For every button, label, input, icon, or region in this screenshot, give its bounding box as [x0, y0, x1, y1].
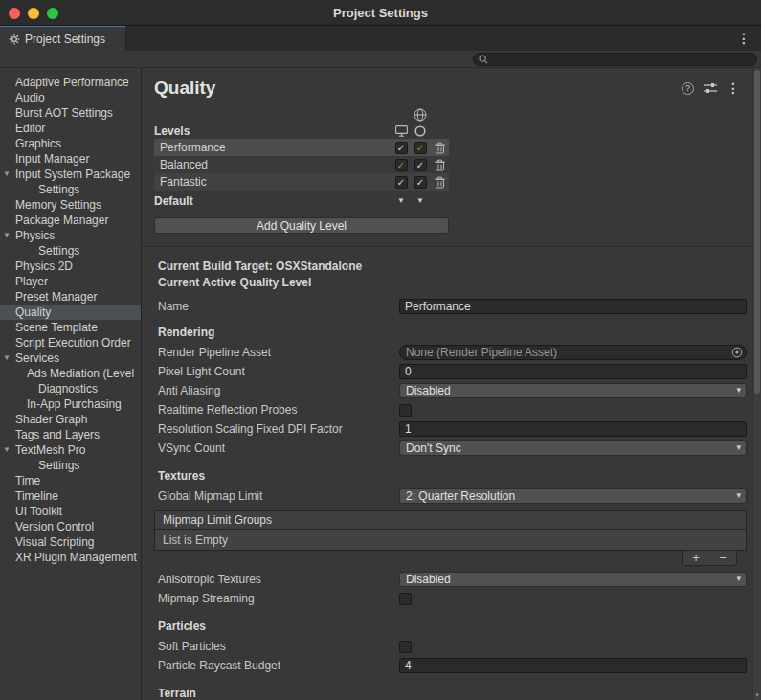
sidebar-item[interactable]: ▼ Physics — [0, 228, 141, 243]
scrollbar-thumb[interactable] — [754, 70, 760, 394]
render-pipeline-asset-field[interactable]: None (Render Pipeline Asset) — [399, 345, 747, 360]
section-textures: Textures — [154, 468, 748, 484]
soft-particles-checkbox[interactable] — [399, 641, 412, 653]
object-field-value: None (Render Pipeline Asset) — [406, 346, 557, 359]
default-col1-dropdown[interactable]: ▼ — [397, 196, 405, 205]
list-footer: + − — [154, 551, 747, 567]
sidebar-item[interactable]: ▼ XR Plugin Management — [0, 550, 141, 565]
trash-icon[interactable] — [435, 176, 445, 189]
sidebar-item[interactable]: ▼ Graphics — [0, 136, 141, 151]
body: ▼ Adaptive Performance ▼ Audio ▼ Burst A… — [0, 68, 761, 700]
default-col2-dropdown[interactable]: ▼ — [416, 196, 424, 205]
resolution-scaling-row: Resolution Scaling Fixed DPI Factor — [154, 420, 748, 438]
sidebar-item[interactable]: ▼ Timeline — [0, 488, 141, 504]
sidebar-item[interactable]: ▼ Settings — [0, 182, 141, 197]
minimize-button[interactable] — [28, 8, 39, 19]
sidebar-item-label: Visual Scripting — [15, 535, 95, 549]
object-picker-icon[interactable] — [731, 347, 743, 358]
sidebar-item[interactable]: ▼ Ads Mediation (Level — [0, 366, 141, 381]
sidebar-item[interactable]: ▼ Editor — [0, 121, 141, 136]
zoom-button[interactable] — [47, 8, 58, 19]
foldout-icon[interactable]: ▼ — [3, 350, 11, 366]
level-col2-checkbox[interactable] — [414, 142, 427, 154]
add-item-button[interactable]: + — [683, 551, 709, 565]
level-col1-checkbox[interactable] — [395, 176, 408, 189]
sidebar-item[interactable]: ▼ In-App Purchasing — [0, 396, 141, 412]
anti-aliasing-dropdown[interactable]: Disabled — [399, 383, 747, 398]
sidebar-item-label: XR Plugin Management — [15, 551, 137, 564]
quality-level-row[interactable]: Balanced — [154, 156, 449, 173]
remove-item-button[interactable]: − — [709, 551, 736, 565]
sidebar-item-label: Preset Manager — [15, 290, 97, 304]
pixel-light-count-row: Pixel Light Count — [154, 363, 748, 380]
sidebar-item-label: TextMesh Pro — [15, 443, 85, 457]
global-mipmap-limit-dropdown[interactable]: 2: Quarter Resolution — [399, 488, 747, 504]
sidebar-item[interactable]: ▼ Package Manager — [0, 213, 141, 228]
sidebar-item[interactable]: ▼ Player — [0, 274, 141, 289]
sidebar-item[interactable]: ▼ Diagnostics — [0, 381, 141, 396]
foldout-icon[interactable]: ▼ — [3, 228, 11, 243]
sidebar-item[interactable]: ▼ Script Execution Order — [0, 335, 141, 350]
resolution-scaling-field[interactable] — [399, 421, 747, 437]
scrollbar[interactable]: ▾ — [752, 68, 761, 700]
sidebar-item[interactable]: ▼ Settings — [0, 243, 141, 259]
foldout-icon[interactable]: ▼ — [3, 442, 11, 458]
level-col2-checkbox[interactable] — [414, 176, 427, 189]
quality-level-row[interactable]: Performance — [154, 139, 449, 156]
sidebar-item[interactable]: ▼ Settings — [0, 458, 141, 473]
sidebar-item[interactable]: ▼ Preset Manager — [0, 289, 141, 305]
sidebar-item-label: Package Manager — [15, 214, 108, 227]
sidebar-item[interactable]: ▼ UI Toolkit — [0, 504, 141, 519]
sidebar-item-label: Editor — [15, 122, 45, 135]
anisotropic-textures-dropdown[interactable]: Disabled — [399, 572, 747, 587]
anisotropic-textures-row: Anisotropic Textures Disabled — [154, 571, 748, 588]
sidebar-item[interactable]: ▼ Input System Package — [0, 167, 141, 182]
vsync-count-dropdown[interactable]: Don't Sync — [399, 440, 747, 456]
tab-menu-icon[interactable]: ⋮ — [737, 32, 750, 45]
sidebar-item[interactable]: ▼ Quality — [0, 305, 141, 320]
sidebar-item[interactable]: ▼ Tags and Layers — [0, 427, 141, 442]
help-icon[interactable]: ? — [682, 82, 694, 95]
sidebar-item-label: Shader Graph — [15, 413, 87, 426]
sidebar-item[interactable]: ▼ Version Control — [0, 519, 141, 534]
mipmap-streaming-checkbox[interactable] — [399, 593, 412, 605]
sidebar-item-label: Player — [15, 275, 48, 288]
level-col1-checkbox[interactable] — [395, 142, 408, 154]
tab-project-settings[interactable]: Project Settings — [0, 26, 126, 51]
quality-level-row[interactable]: Fantastic — [154, 173, 449, 191]
sidebar-item[interactable]: ▼ Audio — [0, 90, 141, 105]
trash-icon[interactable] — [435, 142, 445, 154]
particle-raycast-budget-field[interactable] — [399, 658, 747, 673]
sidebar-item[interactable]: ▼ Burst AOT Settings — [0, 105, 141, 121]
foldout-icon[interactable]: ▼ — [3, 167, 11, 182]
search-input[interactable] — [492, 54, 756, 65]
divider — [142, 246, 761, 247]
add-quality-level-button[interactable]: Add Quality Level — [154, 217, 449, 234]
realtime-reflection-probes-checkbox[interactable] — [399, 404, 412, 417]
trash-icon[interactable] — [435, 159, 445, 171]
pixel-light-count-field[interactable] — [399, 364, 747, 379]
level-name: Fantastic — [154, 175, 392, 189]
sidebar-item[interactable]: ▼ Services — [0, 350, 141, 366]
sidebar-item[interactable]: ▼ Visual Scripting — [0, 534, 141, 550]
titlebar: Project Settings — [0, 0, 761, 26]
sidebar-item[interactable]: ▼ Adaptive Performance — [0, 75, 141, 90]
sidebar-item[interactable]: ▼ Memory Settings — [0, 197, 141, 213]
level-col1-checkbox[interactable] — [395, 159, 408, 171]
level-col2-checkbox[interactable] — [414, 159, 427, 171]
sidebar-item[interactable]: ▼ TextMesh Pro — [0, 442, 141, 458]
sidebar-item[interactable]: ▼ Shader Graph — [0, 412, 141, 427]
sidebar-item[interactable]: ▼ Physics 2D — [0, 259, 141, 274]
sidebar-item[interactable]: ▼ Scene Template — [0, 320, 141, 335]
search-row — [0, 51, 761, 68]
preset-icon[interactable] — [704, 82, 717, 94]
search-box[interactable] — [473, 53, 757, 66]
name-label: Name — [154, 300, 399, 313]
sidebar-item[interactable]: ▼ Time — [0, 473, 141, 488]
sidebar-item[interactable]: ▼ Input Manager — [0, 151, 141, 167]
close-button[interactable] — [9, 8, 20, 19]
scrollbar-down-arrow-icon[interactable]: ▾ — [753, 691, 761, 699]
name-field[interactable] — [399, 299, 747, 314]
mipmap-limit-groups-header[interactable]: Mipmap Limit Groups — [154, 510, 747, 530]
panel-menu-icon[interactable]: ⋮ — [727, 81, 740, 95]
